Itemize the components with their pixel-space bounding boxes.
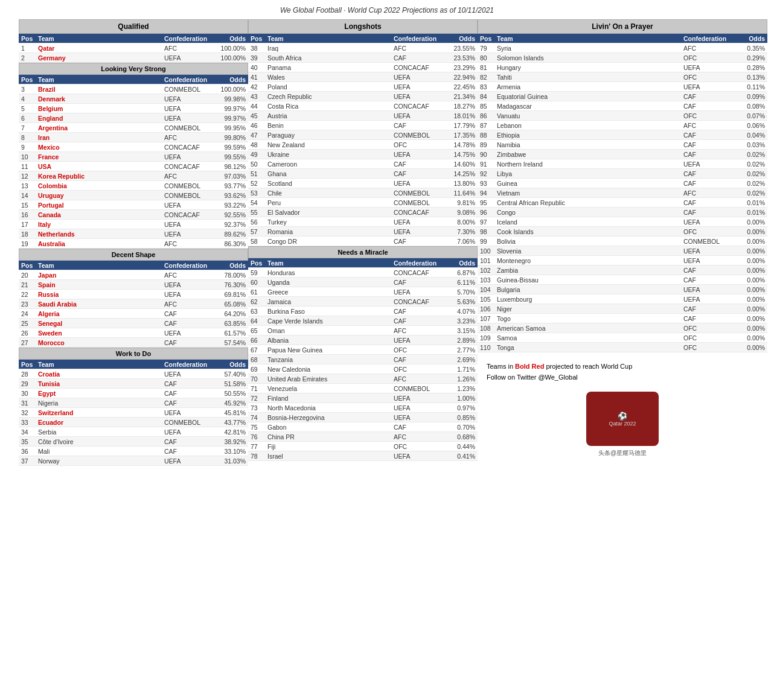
team-cell: USA (36, 162, 162, 171)
pos-cell: 106 (478, 304, 494, 314)
conf-cell: UEFA (391, 393, 443, 403)
table-row: 51GhanaCAF14.25% (248, 169, 478, 179)
odds-cell: 0.68% (443, 432, 478, 442)
conf-cell: OFC (681, 111, 732, 121)
odds-cell: 0.06% (732, 121, 767, 130)
team-cell: Gabon (265, 422, 391, 432)
odds-cell: 0.13% (732, 72, 767, 82)
watermark-text: 头条@星耀马德里 (484, 449, 761, 457)
conf-cell: CONCACAF (391, 208, 443, 217)
team-cell: Congo DR (265, 237, 391, 246)
table-row: 37NorwayUEFA31.03% (19, 456, 248, 466)
conf-cell: UEFA (162, 220, 213, 229)
team-cell: Wales (265, 72, 391, 82)
pos-cell: 41 (248, 72, 265, 82)
table-row: 34SerbiaUEFA42.81% (19, 427, 248, 437)
conf-cell: CAF (681, 179, 732, 188)
team-cell: Ukraine (265, 150, 391, 159)
table-row: 95Central African RepublicCAF0.01% (478, 198, 767, 208)
conf-cell: AFC (391, 43, 443, 53)
team-cell: Chile (265, 188, 391, 198)
pos-cell: 37 (19, 456, 36, 466)
conf-cell: AFC (681, 43, 732, 53)
odds-cell: 0.00% (732, 256, 767, 266)
team-cell: Tonga (494, 343, 681, 352)
odds-cell: 0.04% (732, 130, 767, 140)
section-decent: Decent Shape (19, 249, 248, 261)
pos-cell: 45 (248, 111, 265, 121)
team-cell: Colombia (36, 181, 162, 191)
table-row: 74Bosnia-HerzegovinaUEFA0.85% (248, 413, 478, 422)
table-row: 97IcelandUEFA0.00% (478, 217, 767, 227)
odds-cell: 21.34% (443, 92, 478, 101)
pos-cell: 101 (478, 256, 494, 266)
pos-cell: 29 (19, 379, 36, 389)
team-cell: Serbia (36, 427, 162, 437)
pos-cell: 102 (478, 266, 494, 275)
conf-cell: UEFA (162, 280, 213, 290)
pos-cell: 65 (248, 326, 265, 336)
odds-cell: 0.41% (443, 451, 478, 461)
pos-cell: 94 (478, 188, 494, 198)
team-cell: Mexico (36, 142, 162, 152)
pos-cell: 83 (478, 82, 494, 92)
team-cell: France (36, 152, 162, 162)
pos-cell: 25 (19, 319, 36, 328)
conf-cell: UEFA (681, 82, 732, 92)
odds-cell: 0.70% (443, 422, 478, 432)
odds-cell: 97.03% (213, 171, 248, 181)
pos-cell: 39 (248, 53, 265, 63)
pos-cell: 22 (19, 290, 36, 299)
team-cell: Papua New Guinea (265, 345, 391, 355)
team-cell: Samoa (494, 333, 681, 343)
table-row: 76China PRAFC0.68% (248, 432, 478, 442)
odds-cell: 0.02% (732, 169, 767, 179)
table-row: 70United Arab EmiratesAFC1.26% (248, 374, 478, 384)
table-row: 19AustraliaAFC86.30% (19, 239, 248, 249)
pos-cell: 69 (248, 364, 265, 374)
table-row: 36MaliCAF33.10% (19, 447, 248, 456)
pos-cell: 78 (248, 451, 265, 461)
table-row: 91Northern IrelandUEFA0.02% (478, 159, 767, 169)
odds-cell: 0.44% (443, 442, 478, 451)
odds-cell: 0.00% (732, 217, 767, 227)
conf-cell: UEFA (162, 53, 213, 63)
team-cell: Cameroon (265, 159, 391, 169)
pos-cell: 55 (248, 208, 265, 217)
table-row: 105LuxembourgUEFA0.00% (478, 294, 767, 304)
pos-cell: 6 (19, 113, 36, 123)
conf-cell: CAF (681, 150, 732, 159)
table-row: 108American SamoaOFC0.00% (478, 323, 767, 333)
team-cell: Cook Islands (494, 227, 681, 237)
team-cell: North Macedonia (265, 403, 391, 413)
conf-cell: UEFA (391, 227, 443, 237)
table-row: 103Guinea-BissauCAF0.00% (478, 275, 767, 285)
social-text: Follow on Twitter @We_Global (487, 372, 758, 383)
table-row: 5BelgiumUEFA99.97% (19, 104, 248, 113)
pos-cell: 10 (19, 152, 36, 162)
pos-cell: 95 (478, 198, 494, 208)
pos-cell: 92 (478, 169, 494, 179)
team-cell: Cape Verde Islands (265, 316, 391, 326)
odds-cell: 50.55% (213, 389, 248, 398)
table-row: 35Côte d'IvoireCAF38.92% (19, 437, 248, 447)
odds-cell: 0.00% (732, 266, 767, 275)
conf-cell: UEFA (681, 159, 732, 169)
table-row: 63Burkina FasoCAF4.07% (248, 307, 478, 316)
team-cell: Romania (265, 227, 391, 237)
table-row: 33EcuadorCONMEBOL43.77% (19, 418, 248, 427)
pos-cell: 97 (478, 217, 494, 227)
team-cell: Ethiopia (494, 130, 681, 140)
team-cell: Central African Republic (494, 198, 681, 208)
odds-cell: 100.00% (213, 84, 248, 94)
odds-cell: 33.10% (213, 447, 248, 456)
conf-cell: CAF (681, 275, 732, 285)
team-cell: Russia (36, 290, 162, 299)
team-cell: Panama (265, 63, 391, 72)
conf-cell: AFC (391, 432, 443, 442)
conf-cell: UEFA (391, 92, 443, 101)
table-row: 85MadagascarCAF0.08% (478, 101, 767, 111)
table-row: 89NamibiaCAF0.03% (478, 140, 767, 150)
team-cell: Egypt (36, 389, 162, 398)
pos-cell: 35 (19, 437, 36, 447)
